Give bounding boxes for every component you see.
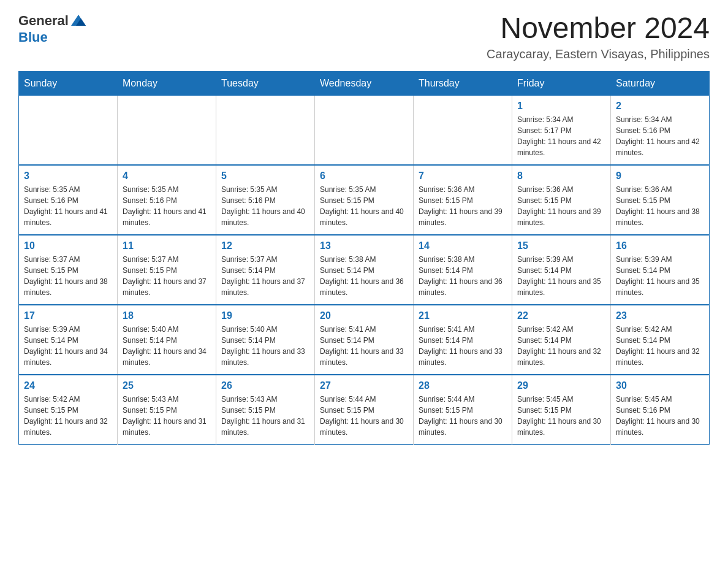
day-info: Sunrise: 5:39 AMSunset: 5:14 PMDaylight:… [517,254,605,298]
calendar-cell [216,95,315,165]
logo-general-text: General [18,13,69,29]
logo: General Blue [18,12,87,45]
calendar-week-row: 17Sunrise: 5:39 AMSunset: 5:14 PMDayligh… [19,305,710,375]
day-info: Sunrise: 5:36 AMSunset: 5:15 PMDaylight:… [419,184,507,228]
day-info: Sunrise: 5:34 AMSunset: 5:17 PMDaylight:… [517,114,605,158]
day-info: Sunrise: 5:34 AMSunset: 5:16 PMDaylight:… [616,114,704,158]
day-info: Sunrise: 5:39 AMSunset: 5:14 PMDaylight:… [24,324,112,368]
calendar-cell: 21Sunrise: 5:41 AMSunset: 5:14 PMDayligh… [414,305,512,375]
day-info: Sunrise: 5:37 AMSunset: 5:15 PMDaylight:… [123,254,211,298]
day-number: 9 [616,170,704,182]
calendar-cell: 29Sunrise: 5:45 AMSunset: 5:15 PMDayligh… [512,375,611,445]
day-info: Sunrise: 5:43 AMSunset: 5:15 PMDaylight:… [221,394,309,438]
day-info: Sunrise: 5:35 AMSunset: 5:16 PMDaylight:… [24,184,112,228]
day-info: Sunrise: 5:45 AMSunset: 5:15 PMDaylight:… [517,394,605,438]
calendar-cell: 17Sunrise: 5:39 AMSunset: 5:14 PMDayligh… [19,305,118,375]
calendar-cell: 20Sunrise: 5:41 AMSunset: 5:14 PMDayligh… [315,305,414,375]
calendar-cell: 27Sunrise: 5:44 AMSunset: 5:15 PMDayligh… [315,375,414,445]
day-number: 16 [616,240,704,251]
day-number: 28 [419,380,507,391]
header: General Blue November 2024 Caraycaray, E… [18,12,710,61]
calendar-cell: 11Sunrise: 5:37 AMSunset: 5:15 PMDayligh… [118,235,216,305]
day-number: 13 [320,240,408,251]
title-area: November 2024 Caraycaray, Eastern Visaya… [487,12,710,61]
day-number: 3 [24,170,112,182]
weekday-header-sunday: Sunday [19,71,118,95]
day-info: Sunrise: 5:39 AMSunset: 5:14 PMDaylight:… [616,254,704,298]
day-number: 15 [517,240,605,251]
calendar-cell: 9Sunrise: 5:36 AMSunset: 5:15 PMDaylight… [611,165,710,235]
calendar-week-row: 1Sunrise: 5:34 AMSunset: 5:17 PMDaylight… [19,95,710,165]
calendar-cell: 15Sunrise: 5:39 AMSunset: 5:14 PMDayligh… [512,235,611,305]
calendar-cell [19,95,118,165]
calendar-week-row: 24Sunrise: 5:42 AMSunset: 5:15 PMDayligh… [19,375,710,445]
calendar-cell: 25Sunrise: 5:43 AMSunset: 5:15 PMDayligh… [118,375,216,445]
calendar-week-row: 3Sunrise: 5:35 AMSunset: 5:16 PMDaylight… [19,165,710,235]
calendar-cell [118,95,216,165]
day-number: 14 [419,240,507,251]
weekday-header-monday: Monday [118,71,216,95]
day-info: Sunrise: 5:43 AMSunset: 5:15 PMDaylight:… [123,394,211,438]
calendar-cell [414,95,512,165]
calendar-cell: 16Sunrise: 5:39 AMSunset: 5:14 PMDayligh… [611,235,710,305]
calendar-cell: 30Sunrise: 5:45 AMSunset: 5:16 PMDayligh… [611,375,710,445]
calendar-cell: 18Sunrise: 5:40 AMSunset: 5:14 PMDayligh… [118,305,216,375]
calendar-cell: 22Sunrise: 5:42 AMSunset: 5:14 PMDayligh… [512,305,611,375]
weekday-header-saturday: Saturday [611,71,710,95]
day-info: Sunrise: 5:44 AMSunset: 5:15 PMDaylight:… [419,394,507,438]
day-info: Sunrise: 5:35 AMSunset: 5:16 PMDaylight:… [221,184,309,228]
calendar-cell: 2Sunrise: 5:34 AMSunset: 5:16 PMDaylight… [611,95,710,165]
calendar-week-row: 10Sunrise: 5:37 AMSunset: 5:15 PMDayligh… [19,235,710,305]
calendar-cell: 28Sunrise: 5:44 AMSunset: 5:15 PMDayligh… [414,375,512,445]
day-info: Sunrise: 5:40 AMSunset: 5:14 PMDaylight:… [221,324,309,368]
calendar-cell: 26Sunrise: 5:43 AMSunset: 5:15 PMDayligh… [216,375,315,445]
day-number: 27 [320,380,408,391]
calendar-cell [315,95,414,165]
calendar-cell: 12Sunrise: 5:37 AMSunset: 5:14 PMDayligh… [216,235,315,305]
day-number: 24 [24,380,112,391]
calendar-cell: 4Sunrise: 5:35 AMSunset: 5:16 PMDaylight… [118,165,216,235]
day-info: Sunrise: 5:45 AMSunset: 5:16 PMDaylight:… [616,394,704,438]
day-info: Sunrise: 5:37 AMSunset: 5:15 PMDaylight:… [24,254,112,298]
day-number: 23 [616,310,704,321]
calendar-cell: 8Sunrise: 5:36 AMSunset: 5:15 PMDaylight… [512,165,611,235]
month-title: November 2024 [487,12,710,45]
weekday-header-friday: Friday [512,71,611,95]
day-info: Sunrise: 5:36 AMSunset: 5:15 PMDaylight:… [616,184,704,228]
day-info: Sunrise: 5:36 AMSunset: 5:15 PMDaylight:… [517,184,605,228]
calendar-cell: 6Sunrise: 5:35 AMSunset: 5:15 PMDaylight… [315,165,414,235]
day-number: 29 [517,380,605,391]
day-number: 5 [221,170,309,182]
calendar-cell: 1Sunrise: 5:34 AMSunset: 5:17 PMDaylight… [512,95,611,165]
day-info: Sunrise: 5:41 AMSunset: 5:14 PMDaylight:… [419,324,507,368]
day-info: Sunrise: 5:44 AMSunset: 5:15 PMDaylight:… [320,394,408,438]
day-number: 2 [616,101,704,112]
calendar-cell: 24Sunrise: 5:42 AMSunset: 5:15 PMDayligh… [19,375,118,445]
day-info: Sunrise: 5:38 AMSunset: 5:14 PMDaylight:… [320,254,408,298]
day-number: 30 [616,380,704,391]
day-number: 7 [419,170,507,182]
day-number: 25 [123,380,211,391]
day-info: Sunrise: 5:42 AMSunset: 5:14 PMDaylight:… [616,324,704,368]
day-number: 8 [517,170,605,182]
day-number: 19 [221,310,309,321]
day-number: 10 [24,240,112,251]
location-subtitle: Caraycaray, Eastern Visayas, Philippines [487,47,710,61]
weekday-header-tuesday: Tuesday [216,71,315,95]
calendar-cell: 5Sunrise: 5:35 AMSunset: 5:16 PMDaylight… [216,165,315,235]
day-number: 4 [123,170,211,182]
calendar-cell: 13Sunrise: 5:38 AMSunset: 5:14 PMDayligh… [315,235,414,305]
day-number: 26 [221,380,309,391]
day-info: Sunrise: 5:41 AMSunset: 5:14 PMDaylight:… [320,324,408,368]
weekday-header-wednesday: Wednesday [315,71,414,95]
day-info: Sunrise: 5:42 AMSunset: 5:14 PMDaylight:… [517,324,605,368]
logo-triangle-icon [70,12,87,29]
day-number: 18 [123,310,211,321]
day-info: Sunrise: 5:38 AMSunset: 5:14 PMDaylight:… [419,254,507,298]
day-info: Sunrise: 5:40 AMSunset: 5:14 PMDaylight:… [123,324,211,368]
calendar-header-row: SundayMondayTuesdayWednesdayThursdayFrid… [19,71,710,95]
calendar-cell: 23Sunrise: 5:42 AMSunset: 5:14 PMDayligh… [611,305,710,375]
calendar-cell: 10Sunrise: 5:37 AMSunset: 5:15 PMDayligh… [19,235,118,305]
day-number: 12 [221,240,309,251]
day-number: 6 [320,170,408,182]
